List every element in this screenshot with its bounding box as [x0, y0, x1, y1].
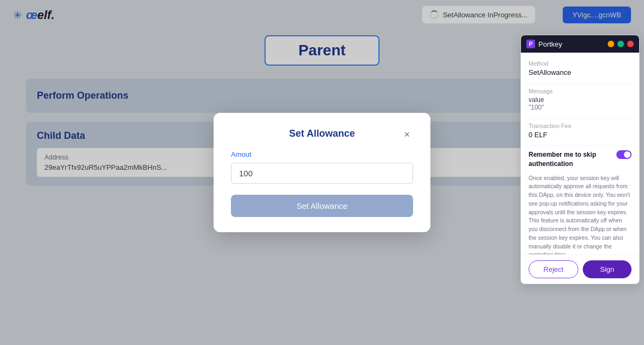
amount-input[interactable] [231, 163, 413, 184]
portkey-titlebar: P Portkey [521, 35, 639, 53]
fee-value: 0 ELF [529, 131, 632, 139]
message-label: Message [529, 88, 632, 94]
app-container: ✳ œelf. YVigc....gcnWB SetAllowance InPr… [0, 0, 644, 345]
set-allowance-submit-button[interactable]: Set Allowance [231, 195, 413, 217]
remember-row: Remember me to skip authentication [529, 150, 632, 169]
portkey-description: Once enabled, your session key will auto… [529, 174, 632, 254]
method-label: Method [529, 60, 632, 67]
portkey-divider-2 [529, 118, 632, 118]
portkey-title-left: P Portkey [526, 40, 562, 48]
modal-header: Set Allowance × [231, 128, 413, 139]
remember-label: Remember me to skip authentication [529, 150, 612, 169]
fee-label: Transaction Fee [529, 123, 632, 129]
portkey-divider-1 [529, 83, 632, 84]
remember-toggle[interactable] [616, 150, 632, 159]
portkey-minimize-button[interactable] [608, 41, 614, 47]
message-val: "100" [529, 104, 632, 111]
portkey-logo-icon: P [526, 40, 535, 48]
amount-label: Amout [231, 150, 413, 158]
portkey-panel: P Portkey Method SetAllowance Message va… [520, 35, 640, 284]
portkey-actions: Reject Sign [521, 254, 639, 284]
method-value: SetAllowance [529, 68, 632, 76]
message-key: value [529, 96, 632, 104]
set-allowance-modal: Set Allowance × Amout Set Allowance [214, 113, 430, 232]
sign-button[interactable]: Sign [583, 260, 632, 278]
portkey-divider-3 [529, 145, 632, 146]
reject-button[interactable]: Reject [529, 260, 578, 278]
portkey-maximize-button[interactable] [617, 41, 624, 47]
modal-title: Set Allowance [289, 128, 355, 139]
modal-close-button[interactable]: × [401, 128, 413, 142]
portkey-close-button[interactable] [627, 41, 634, 47]
portkey-body: Method SetAllowance Message value "100" … [521, 53, 639, 254]
portkey-window-controls [608, 41, 634, 47]
portkey-title-text: Portkey [538, 40, 562, 48]
